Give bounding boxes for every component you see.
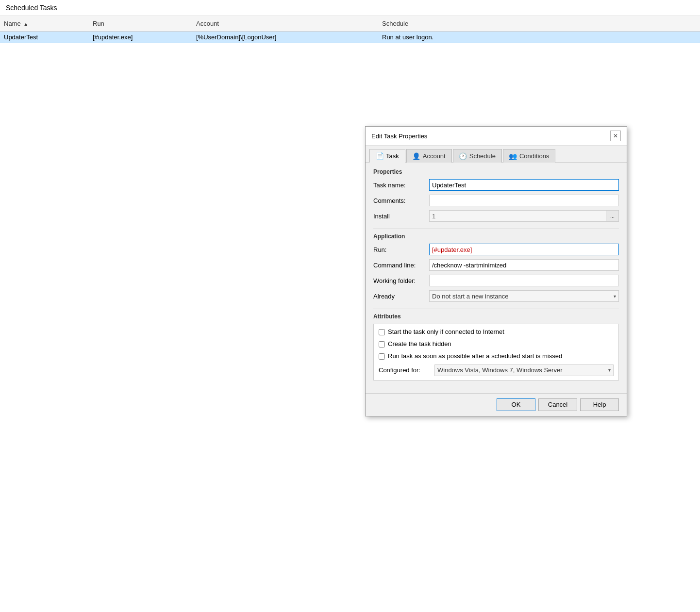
comments-input[interactable] [429, 195, 619, 206]
help-button[interactable]: Help [580, 398, 619, 411]
tab-account[interactable]: 👤 Account [406, 149, 452, 163]
tab-schedule-label: Schedule [469, 152, 496, 160]
run-label: Run: [373, 246, 429, 253]
checkbox-missed-label: Run task as soon as possible after a sch… [388, 352, 562, 361]
dialog-close-button[interactable]: ✕ [610, 131, 621, 141]
task-name-input[interactable] [429, 179, 619, 191]
cmdline-input[interactable] [429, 259, 619, 271]
checkbox-row-hidden: Create the task hidden [379, 340, 614, 348]
working-folder-input[interactable] [429, 275, 619, 286]
checkbox-missed[interactable] [379, 353, 385, 360]
comments-row: Comments: [373, 195, 619, 206]
dialog-content: Properties Task name: Comments: Install [366, 163, 627, 393]
attributes-section-title: Attributes [373, 313, 619, 320]
schedule-tab-icon: 🕐 [459, 152, 467, 160]
cancel-button[interactable]: Cancel [538, 398, 577, 411]
checkbox-row-missed: Run task as soon as possible after a sch… [379, 352, 614, 361]
configured-label: Configured for: [379, 366, 434, 374]
cmdline-row: Command line: [373, 259, 619, 271]
working-folder-row: Working folder: [373, 275, 619, 286]
properties-section-title: Properties [373, 168, 619, 175]
configured-row: Configured for: Windows Vista, Windows 7… [379, 364, 614, 376]
checkbox-internet[interactable] [379, 329, 385, 335]
dialog-footer: OK Cancel Help [366, 393, 627, 416]
run-input[interactable] [429, 244, 619, 255]
cmdline-label: Command line: [373, 262, 429, 269]
checkbox-hidden-label: Create the task hidden [388, 340, 451, 348]
install-browse-button[interactable]: ... [606, 210, 619, 222]
install-input[interactable] [429, 210, 606, 222]
run-row: Run: [373, 244, 619, 255]
tab-conditions[interactable]: 👥 Conditions [503, 149, 555, 163]
properties-section: Properties Task name: Comments: Install [373, 168, 619, 222]
already-select[interactable]: Do not start a new instance Start a new … [429, 290, 619, 302]
tab-account-label: Account [423, 152, 446, 160]
comments-label: Comments: [373, 197, 429, 204]
tab-conditions-label: Conditions [519, 152, 549, 160]
dialog-tabs: 📄 Task 👤 Account 🕐 Schedule 👥 Conditions [366, 146, 627, 163]
ok-button[interactable]: OK [497, 398, 535, 411]
already-row: Already Do not start a new instance Star… [373, 290, 619, 302]
main-window: Scheduled Tasks Name ▲ Run Account Sched… [0, 0, 700, 612]
task-tab-icon: 📄 [376, 152, 383, 160]
edit-task-dialog: Edit Task Properties ✕ 📄 Task 👤 Account … [365, 126, 627, 416]
already-label: Already [373, 293, 429, 300]
attributes-section: Attributes Start the task only if connec… [373, 313, 619, 380]
already-select-wrapper: Do not start a new instance Start a new … [429, 290, 619, 302]
dialog-title: Edit Task Properties [371, 132, 427, 140]
tab-schedule[interactable]: 🕐 Schedule [453, 149, 502, 163]
task-name-label: Task name: [373, 182, 429, 189]
dialog-overlay: Edit Task Properties ✕ 📄 Task 👤 Account … [0, 0, 700, 612]
install-label: Install [373, 213, 429, 220]
checkbox-row-internet: Start the task only if connected to Inte… [379, 328, 614, 336]
attributes-box: Start the task only if connected to Inte… [373, 324, 619, 380]
working-folder-label: Working folder: [373, 277, 429, 284]
task-name-row: Task name: [373, 179, 619, 191]
configured-select[interactable]: Windows Vista, Windows 7, Windows Server… [434, 364, 614, 376]
configured-select-wrapper: Windows Vista, Windows 7, Windows Server… [434, 364, 614, 376]
tab-task[interactable]: 📄 Task [369, 149, 405, 163]
install-field-group: ... [429, 210, 619, 222]
install-row: Install ... [373, 210, 619, 222]
checkbox-hidden[interactable] [379, 341, 385, 347]
dialog-title-bar: Edit Task Properties ✕ [366, 127, 627, 146]
application-section-title: Application [373, 233, 619, 240]
checkbox-internet-label: Start the task only if connected to Inte… [388, 328, 504, 336]
tab-task-label: Task [386, 152, 399, 160]
account-tab-icon: 👤 [413, 152, 420, 160]
application-section: Application Run: Command line: Working f… [373, 233, 619, 302]
conditions-tab-icon: 👥 [509, 152, 517, 160]
